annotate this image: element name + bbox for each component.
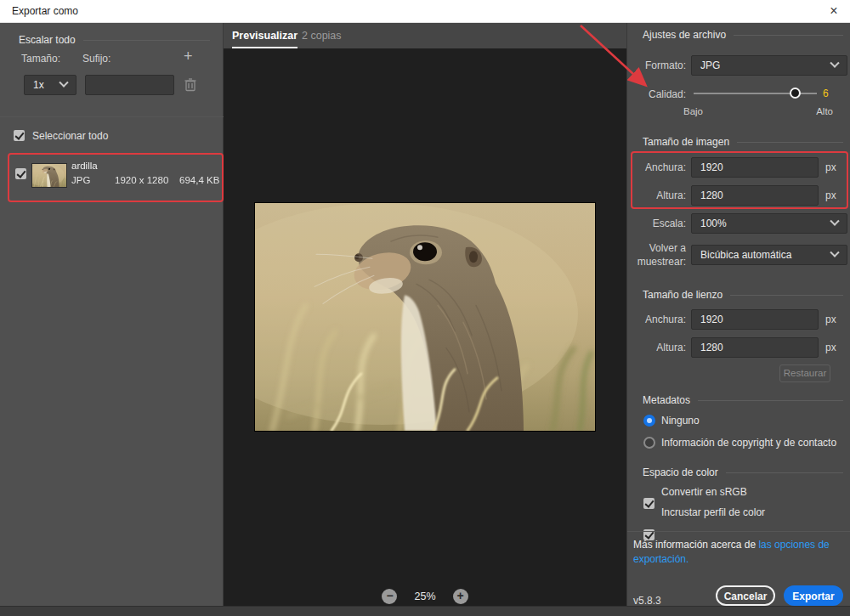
file-size: 694,4 KB bbox=[179, 175, 219, 185]
file-settings-header: Ajustes de archivo bbox=[643, 29, 843, 41]
info-text-static: Más información acerca de bbox=[633, 539, 758, 551]
quality-low-label: Bajo bbox=[683, 106, 703, 116]
resample-dropdown[interactable]: Bicúbica automática bbox=[691, 245, 847, 265]
preview-tabbar: Previsualizar 2 copias bbox=[224, 23, 626, 48]
chevron-down-icon bbox=[830, 59, 839, 68]
preview-canvas: − 25% + bbox=[224, 48, 626, 606]
export-as-dialog: Exportar como × Escalar todo Tamaño: Suf… bbox=[0, 0, 850, 616]
metadata-copyright-radio[interactable] bbox=[643, 437, 655, 449]
zoom-out-button[interactable]: − bbox=[382, 589, 397, 604]
suffix-input[interactable] bbox=[85, 75, 174, 95]
dialog-title: Exportar como bbox=[12, 5, 78, 17]
size-label: Tamaño: bbox=[21, 53, 60, 65]
metadata-none-label[interactable]: Ninguno bbox=[661, 415, 700, 427]
version-label: v5.8.3 bbox=[633, 595, 661, 607]
suffix-label: Sufijo: bbox=[82, 53, 110, 65]
scale-value: 100% bbox=[700, 214, 831, 233]
scale-size-value: 1x bbox=[33, 76, 60, 94]
image-width-label: Anchura: bbox=[627, 161, 686, 173]
image-size-header: Tamaño de imagen bbox=[643, 136, 843, 148]
left-panel: Escalar todo Tamaño: Sufijo: + 1x Selecc… bbox=[0, 23, 224, 606]
tab-previsualizar[interactable]: Previsualizar bbox=[232, 23, 298, 48]
add-scale-icon[interactable]: + bbox=[184, 48, 193, 65]
scale-all-header: Escalar todo bbox=[19, 34, 210, 46]
file-dimensions: 1920 x 1280 bbox=[115, 175, 168, 185]
window-bottom-strip bbox=[0, 606, 850, 616]
format-label: Formato: bbox=[627, 59, 686, 71]
scale-size-dropdown[interactable]: 1x bbox=[24, 75, 76, 95]
zoom-controls: − 25% + bbox=[348, 587, 502, 606]
scale-dropdown[interactable]: 100% bbox=[691, 213, 847, 234]
select-all-label[interactable]: Seleccionar todo bbox=[32, 130, 108, 142]
format-value: JPG bbox=[700, 56, 831, 75]
export-button[interactable]: Exportar bbox=[784, 585, 843, 606]
resample-value: Bicúbica automática bbox=[700, 246, 831, 264]
info-text: Más información acerca de las opciones d… bbox=[633, 538, 846, 567]
quality-slider-knob[interactable] bbox=[790, 88, 801, 99]
scale-label: Escala: bbox=[627, 218, 686, 229]
image-width-unit: px bbox=[825, 161, 836, 173]
file-checkbox[interactable] bbox=[15, 168, 26, 179]
metadata-copyright-label[interactable]: Información de copyright y de contacto bbox=[661, 437, 836, 449]
file-thumbnail bbox=[32, 164, 66, 187]
tab-2-copias[interactable]: 2 copias bbox=[302, 23, 342, 48]
embed-profile-label[interactable]: Incrustar perfil de color bbox=[661, 506, 765, 518]
chevron-down-icon bbox=[59, 78, 68, 88]
format-dropdown[interactable]: JPG bbox=[691, 55, 847, 76]
color-space-header: Espacio de color bbox=[643, 466, 843, 478]
zoom-level: 25% bbox=[414, 591, 435, 602]
settings-panel: Ajustes de archivo Formato: JPG Calidad:… bbox=[626, 23, 850, 606]
cancel-button[interactable]: Cancelar bbox=[716, 585, 775, 606]
canvas-height-label: Altura: bbox=[627, 342, 686, 353]
image-height-input[interactable] bbox=[691, 185, 819, 206]
resample-label-line1: Volver a bbox=[627, 242, 686, 254]
chevron-down-icon bbox=[830, 248, 839, 257]
restore-button[interactable]: Restaurar bbox=[779, 365, 830, 382]
file-name: ardilla bbox=[71, 161, 98, 171]
left-panel-divider bbox=[0, 116, 224, 117]
quality-value: 6 bbox=[823, 88, 829, 99]
resample-label-line2: muestrear: bbox=[627, 256, 686, 268]
chevron-down-icon bbox=[830, 217, 839, 226]
convert-srgb-checkbox[interactable] bbox=[643, 498, 654, 509]
canvas-width-label: Anchura: bbox=[627, 314, 686, 325]
canvas-size-header: Tamaño de lienzo bbox=[643, 289, 843, 301]
canvas-height-unit: px bbox=[825, 342, 836, 353]
file-item-row[interactable]: ardilla JPG 1920 x 1280 694,4 KB bbox=[8, 154, 223, 201]
file-format: JPG bbox=[71, 175, 90, 185]
close-icon[interactable]: × bbox=[824, 2, 843, 20]
canvas-width-input[interactable] bbox=[691, 309, 819, 330]
image-height-label: Altura: bbox=[627, 189, 686, 201]
quality-high-label: Alto bbox=[789, 106, 833, 116]
image-width-input[interactable] bbox=[691, 157, 819, 178]
canvas-width-unit: px bbox=[825, 314, 836, 325]
right-panel-divider bbox=[627, 531, 850, 532]
trash-icon[interactable] bbox=[184, 77, 196, 92]
metadata-header: Metadatos bbox=[643, 394, 843, 406]
title-bar: Exportar como × bbox=[0, 0, 850, 23]
preview-panel: Previsualizar 2 copias − 25% + bbox=[224, 23, 626, 606]
canvas-height-input[interactable] bbox=[691, 337, 819, 358]
quality-label: Calidad: bbox=[627, 88, 686, 100]
convert-srgb-label[interactable]: Convertir en sRGB bbox=[661, 486, 747, 498]
metadata-none-radio[interactable] bbox=[643, 415, 655, 427]
select-all-checkbox[interactable] bbox=[14, 130, 25, 141]
zoom-in-button[interactable]: + bbox=[453, 589, 468, 604]
preview-image bbox=[255, 203, 595, 431]
image-height-unit: px bbox=[825, 189, 836, 201]
